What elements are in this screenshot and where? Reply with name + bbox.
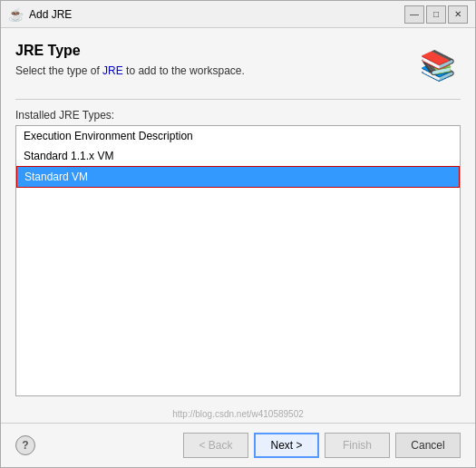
window-title: Add JRE — [29, 8, 72, 21]
close-button[interactable]: ✕ — [448, 5, 468, 24]
title-bar-buttons: — □ ✕ — [404, 5, 468, 24]
title-bar: ☕ Add JRE — □ ✕ — [1, 1, 475, 28]
help-button[interactable]: ? — [15, 435, 35, 455]
title-bar-left: ☕ Add JRE — [8, 7, 72, 22]
jre-types-list[interactable]: Execution Environment Description Standa… — [15, 125, 461, 396]
header-text: JRE Type Select the type of JRE to add t… — [15, 43, 406, 77]
list-label: Installed JRE Types: — [15, 109, 461, 122]
list-item-std-1x[interactable]: Standard 1.1.x VM — [16, 146, 460, 166]
header-divider — [15, 99, 461, 100]
footer-left: ? — [15, 435, 35, 455]
back-button[interactable]: < Back — [183, 433, 248, 458]
next-button[interactable]: Next > — [254, 433, 319, 458]
subtitle-highlight: JRE — [102, 64, 123, 77]
header-subtitle: Select the type of JRE to add to the wor… — [15, 64, 406, 77]
page-title: JRE Type — [15, 43, 406, 59]
maximize-button[interactable]: □ — [426, 5, 446, 24]
header-section: JRE Type Select the type of JRE to add t… — [15, 43, 461, 88]
subtitle-suffix: to add to the workspace. — [123, 64, 245, 77]
main-content: JRE Type Select the type of JRE to add t… — [1, 28, 475, 407]
footer-buttons: < Back Next > Finish Cancel — [183, 433, 461, 458]
footer: ? < Back Next > Finish Cancel — [1, 423, 475, 467]
list-item-std-vm[interactable]: Standard VM — [16, 166, 460, 188]
cancel-button[interactable]: Cancel — [395, 433, 461, 458]
minimize-button[interactable]: — — [404, 5, 424, 24]
books-icon: 📚 — [415, 43, 461, 88]
finish-button[interactable]: Finish — [325, 433, 390, 458]
add-jre-window: ☕ Add JRE — □ ✕ JRE Type Select the type… — [0, 0, 476, 468]
subtitle-prefix: Select the type of — [15, 64, 102, 77]
watermark: http://blog.csdn.net/w410589502 — [1, 407, 475, 423]
list-item-exec-env[interactable]: Execution Environment Description — [16, 126, 460, 146]
window-icon: ☕ — [8, 7, 24, 22]
